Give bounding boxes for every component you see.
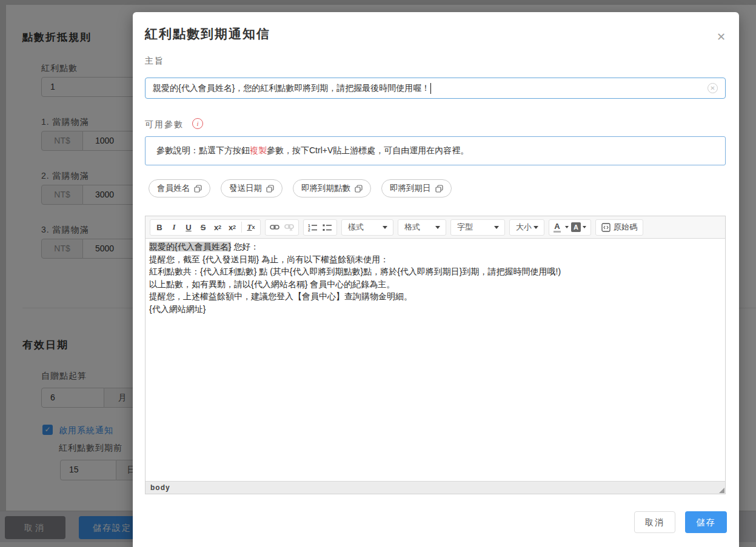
editor-element-path[interactable]: body <box>146 481 725 494</box>
editor-line: 提醒您，截至 {代入發送日期} 為止，尚有以下權益餘額未使用： <box>149 253 721 266</box>
notification-email-modal: 紅利點數到期通知信 ✕ 主旨 親愛的{代入會員姓名}，您的紅利點數即將到期，請把… <box>133 12 739 547</box>
subject-label: 主旨 <box>145 56 164 67</box>
copy-icon <box>435 185 443 193</box>
styles-combo[interactable]: 樣式 <box>341 219 393 236</box>
superscript-button[interactable]: x2 <box>225 220 239 234</box>
copy-icon <box>355 185 363 193</box>
selected-text: 親愛的{代入會員姓名} <box>149 242 231 251</box>
source-button[interactable]: 原始碼 <box>595 219 643 236</box>
source-button-label: 原始碼 <box>614 222 637 233</box>
toolbar-basicstyles-group: B I U S x2 x2 Tx <box>150 219 261 236</box>
styles-combo-label: 樣式 <box>342 222 364 233</box>
param-button-label: 發送日期 <box>229 183 262 194</box>
save-button[interactable]: 儲存 <box>685 511 727 533</box>
format-combo-label: 格式 <box>398 222 420 233</box>
rich-text-editor: B I U S x2 x2 Tx 12 <box>145 216 726 494</box>
bold-button[interactable]: B <box>152 220 167 234</box>
chevron-down-icon <box>494 226 499 229</box>
params-note-suffix: 參數，按下Ctrl+V貼上游標處，可自由運用在內容裡。 <box>267 145 469 155</box>
subscript-button[interactable]: x2 <box>210 220 225 234</box>
chevron-down-icon <box>534 226 538 229</box>
source-code-icon <box>601 223 610 232</box>
editor-line: 親愛的{代入會員姓名} 您好： <box>149 240 721 253</box>
modal-footer: 取消 儲存 <box>634 511 727 533</box>
params-note-prefix: 參數說明：點選下方按鈕 <box>156 145 250 155</box>
param-button-label: 即將到期日 <box>390 183 431 194</box>
format-combo[interactable]: 格式 <box>398 219 446 236</box>
toolbar-lists-group: 12 <box>303 219 337 236</box>
params-note-highlight: 複製 <box>250 145 267 155</box>
editor-toolbar: B I U S x2 x2 Tx 12 <box>146 216 725 239</box>
text-cursor <box>430 83 431 94</box>
param-button-expiring-points[interactable]: 即將到期點數 <box>293 179 371 197</box>
bulleted-list-icon[interactable] <box>320 220 335 234</box>
svg-text:2: 2 <box>308 228 310 232</box>
clear-input-icon[interactable]: ✕ <box>707 83 718 93</box>
font-combo[interactable]: 字型 <box>450 219 505 236</box>
cancel-button[interactable]: 取消 <box>634 511 675 533</box>
editor-line: 提醒您，上述權益餘額中，建議您登入【會員中心】查詢購物金明細。 <box>149 290 721 303</box>
editor-line: {代入網站網址} <box>149 303 721 316</box>
param-button-member-name[interactable]: 會員姓名 <box>149 179 210 197</box>
editor-content-area[interactable]: 親愛的{代入會員姓名} 您好： 提醒您，截至 {代入發送日期} 為止，尚有以下權… <box>146 239 725 481</box>
background-color-button[interactable]: A <box>571 222 581 232</box>
info-icon[interactable]: i <box>192 118 203 129</box>
subject-input-value: 親愛的{代入會員姓名}，您的紅利點數即將到期，請把握最後時間使用喔！ <box>153 83 430 94</box>
unlink-icon <box>282 220 296 234</box>
close-icon[interactable]: ✕ <box>717 31 726 42</box>
params-description-box: 參數說明：點選下方按鈕複製參數，按下Ctrl+V貼上游標處，可自由運用在內容裡。 <box>145 136 726 165</box>
text-color-button[interactable]: A <box>551 222 563 233</box>
copy-icon <box>266 185 274 193</box>
chevron-down-icon[interactable] <box>583 226 586 228</box>
param-button-label: 即將到期點數 <box>301 183 350 194</box>
text-color-swatch <box>554 231 561 233</box>
underline-button[interactable]: U <box>181 220 196 234</box>
toolbar-links-group <box>265 219 299 236</box>
editor-resize-handle[interactable] <box>719 488 724 493</box>
strikethrough-button[interactable]: S <box>196 220 210 234</box>
size-combo-label: 大小 <box>510 222 532 233</box>
remove-format-button[interactable]: Tx <box>244 220 258 234</box>
param-button-label: 會員姓名 <box>157 183 190 194</box>
available-params-label: 可用參數 <box>145 119 184 130</box>
param-buttons-row: 會員姓名 發送日期 即將到期點數 即將到期日 <box>149 179 452 197</box>
editor-line: 以上點數，如有異動，請以{代入網站名稱} 會員中心的紀錄為主。 <box>149 278 721 291</box>
editor-line: 紅利點數共：{代入紅利點數} 點 (其中{代入即將到期點數}點，將於{代入即將到… <box>149 265 721 278</box>
toolbar-separator <box>241 222 242 233</box>
font-combo-label: 字型 <box>451 222 473 233</box>
copy-icon <box>194 185 202 193</box>
link-icon[interactable] <box>267 220 282 234</box>
subject-input[interactable]: 親愛的{代入會員姓名}，您的紅利點數即將到期，請把握最後時間使用喔！ ✕ <box>145 78 726 99</box>
chevron-down-icon <box>435 226 440 229</box>
param-button-send-date[interactable]: 發送日期 <box>221 179 283 197</box>
chevron-down-icon[interactable] <box>565 226 569 228</box>
param-button-expiry-date[interactable]: 即將到期日 <box>381 179 452 197</box>
ordered-list-icon[interactable]: 12 <box>306 220 320 234</box>
size-combo[interactable]: 大小 <box>509 219 544 236</box>
toolbar-colors-group: A A <box>549 219 591 236</box>
svg-text:1: 1 <box>308 223 310 227</box>
modal-title: 紅利點數到期通知信 <box>145 25 270 42</box>
italic-button[interactable]: I <box>167 220 181 234</box>
chevron-down-icon <box>383 226 387 229</box>
